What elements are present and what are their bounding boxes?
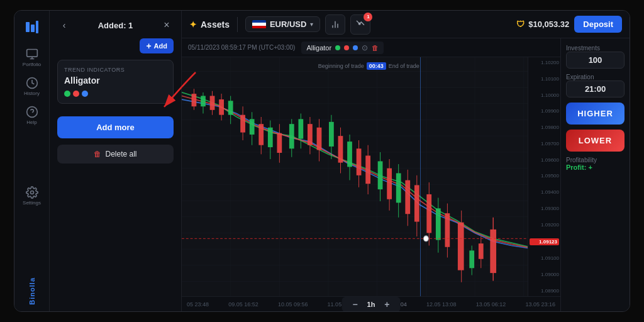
chart-canvas[interactable]: Beginning of trade 00:43 End of trade (182, 57, 560, 296)
alligator-dot-1 (335, 45, 340, 50)
chart-type-button[interactable] (325, 14, 345, 35)
indicator-settings-icon[interactable]: ⊙ (362, 43, 368, 52)
panel-header: ‹ Added: 1 × (57, 18, 174, 32)
trash-icon: 🗑 (94, 150, 101, 158)
svg-rect-89 (445, 213, 450, 247)
top-bar: ✦ Assets EUR/USD ▾ (182, 11, 630, 38)
add-indicator-button[interactable]: + Add (140, 38, 174, 53)
delete-all-label: Delete all (105, 150, 136, 158)
indicator-card: Trend indicators Alligator (57, 60, 174, 104)
svg-rect-69 (347, 142, 352, 167)
assets-star-icon: ✦ (189, 19, 197, 30)
indicators-button[interactable]: 1 (350, 14, 370, 35)
time-tick-6: 12.05 13:08 (426, 301, 457, 308)
svg-point-9 (30, 191, 33, 194)
chart-area: 05/11/2023 08:59:17 PM (UTC+03:00) Allig… (182, 38, 630, 311)
svg-rect-73 (365, 155, 370, 184)
timeframe-label[interactable]: 1h (367, 301, 375, 308)
price-1.09300: 1.09300 (530, 206, 559, 211)
time-tick-8: 13.05 23:16 (525, 301, 555, 308)
indicator-dots (64, 91, 167, 97)
dot-green (64, 91, 70, 97)
svg-rect-97 (490, 230, 496, 273)
chart-subheader: 05/11/2023 08:59:17 PM (UTC+03:00) Allig… (182, 38, 560, 57)
asset-name: EUR/USD (270, 19, 307, 29)
main-container: Portfolio History Help Settings Binolla (14, 10, 630, 312)
sidebar-history-label: History (24, 91, 40, 96)
price-1.09400: 1.09400 (530, 189, 559, 195)
added-label: Added: 1 (98, 21, 133, 30)
svg-rect-53 (268, 128, 273, 147)
svg-rect-45 (228, 101, 233, 114)
profit-value: Profit: + (566, 164, 625, 171)
investments-input[interactable]: 100 (566, 52, 625, 69)
sidebar-item-portfolio[interactable]: Portfolio (18, 43, 46, 71)
price-1.09700: 1.09700 (530, 141, 559, 147)
svg-rect-91 (458, 223, 464, 270)
svg-rect-47 (240, 115, 245, 133)
eu-flag (252, 20, 266, 29)
time-tick-3: 10.05 09:56 (278, 301, 308, 308)
expiration-input[interactable]: 21:00 (566, 80, 625, 97)
price-1.10000: 1.10000 (530, 92, 559, 98)
binolla-brand-label: Binolla (28, 277, 36, 305)
zoom-in-button[interactable]: + (381, 299, 392, 310)
indicator-type: Trend indicators (64, 67, 167, 73)
dot-red (73, 91, 79, 97)
deposit-button[interactable]: Deposit (574, 16, 622, 33)
add-more-button[interactable]: Add more (57, 116, 174, 138)
svg-rect-77 (387, 169, 392, 199)
svg-rect-63 (317, 128, 322, 150)
expiration-section: Expiration 21:00 (566, 74, 625, 97)
svg-rect-65 (329, 122, 334, 147)
chart-body: Beginning of trade 00:43 End of trade (182, 57, 560, 296)
chart-datetime: 05/11/2023 08:59:17 PM (UTC+03:00) (188, 44, 295, 51)
svg-rect-59 (298, 119, 303, 138)
svg-rect-61 (308, 124, 313, 145)
divider (237, 17, 238, 32)
left-panel: ‹ Added: 1 × + Add Trend indicators Alli… (50, 11, 182, 311)
svg-point-14 (359, 23, 361, 25)
higher-button[interactable]: HIGHER (566, 103, 625, 125)
indicator-delete-icon[interactable]: 🗑 (372, 44, 379, 52)
time-tick-1: 05 23:48 (187, 301, 209, 308)
svg-rect-57 (289, 124, 294, 148)
investments-section: Investments 100 (566, 45, 625, 69)
svg-rect-67 (338, 136, 343, 162)
svg-rect-49 (250, 119, 255, 135)
time-tick-7: 13.05 06:12 (476, 301, 506, 308)
indicator-bar-label: Alligator (306, 44, 331, 52)
delete-all-button[interactable]: 🗑 Delete all (57, 145, 174, 164)
right-trading-panel: Investments 100 Expiration 21:00 HIGHER … (560, 38, 630, 311)
trade-vertical-line (420, 57, 421, 296)
sidebar-item-help[interactable]: Help (18, 101, 46, 129)
sidebar-portfolio-label: Portfolio (23, 62, 41, 67)
sidebar-item-history[interactable]: History (18, 72, 46, 100)
indicator-label-bar: Alligator ⊙ 🗑 (301, 42, 384, 54)
svg-rect-55 (277, 133, 282, 153)
time-controls: − 1h + (342, 297, 401, 312)
time-axis: 05 23:48 09.05 16:52 10.05 09:56 11.05 0… (182, 296, 560, 311)
notification-badge: 1 (364, 13, 372, 21)
chart-svg[interactable] (182, 57, 560, 296)
svg-rect-75 (378, 161, 383, 189)
close-panel-button[interactable]: × (160, 18, 174, 32)
svg-rect-71 (357, 148, 362, 175)
svg-rect-87 (436, 208, 441, 240)
lower-button[interactable]: LOWER (566, 130, 625, 152)
current-price-label: 1.09123 (530, 238, 559, 245)
price-1.09100: 1.09100 (530, 255, 559, 261)
assets-title: ✦ Assets (189, 19, 230, 30)
price-axis: 1.10200 1.10100 1.10000 1.09900 1.09800 … (528, 57, 560, 296)
svg-rect-2 (36, 21, 38, 33)
price-1.09500: 1.09500 (530, 173, 559, 179)
svg-point-99 (424, 236, 429, 242)
svg-rect-39 (201, 96, 206, 106)
balance-value: $10,053.32 (528, 19, 569, 29)
asset-selector[interactable]: EUR/USD ▾ (245, 16, 321, 32)
zoom-out-button[interactable]: − (350, 299, 361, 310)
back-button[interactable]: ‹ (57, 18, 71, 32)
sidebar-item-settings[interactable]: Settings (18, 182, 46, 209)
price-1.09200: 1.09200 (530, 222, 559, 228)
svg-rect-51 (258, 124, 264, 145)
